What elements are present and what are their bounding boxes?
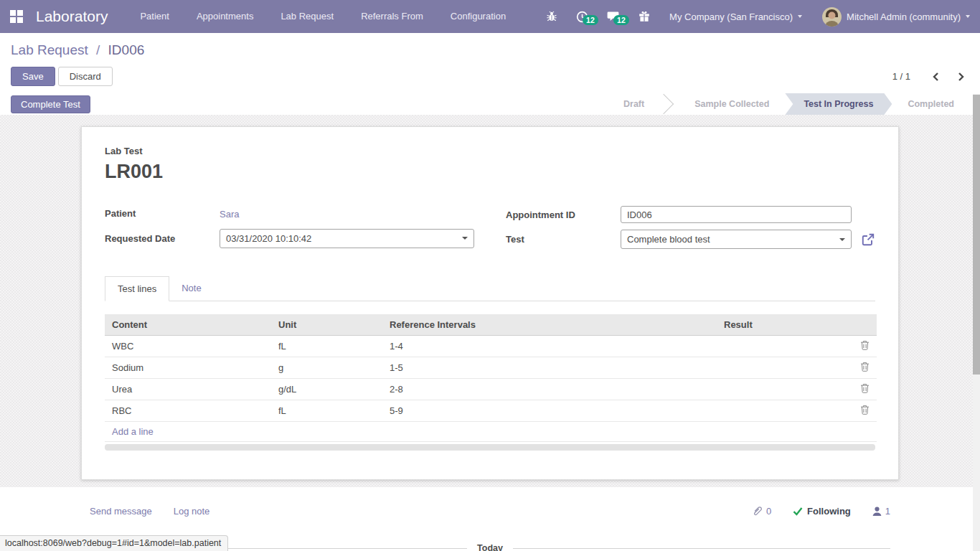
check-icon xyxy=(793,507,803,516)
tab-test-lines[interactable]: Test lines xyxy=(105,276,169,301)
appointment-id-field-wrap xyxy=(621,206,852,223)
table-horizontal-scrollbar[interactable] xyxy=(105,444,875,451)
requested-date-input[interactable] xyxy=(220,229,474,248)
chevron-right-icon xyxy=(958,72,965,82)
notebook-tabs: Test lines Note xyxy=(105,276,875,301)
company-switcher[interactable]: My Company (San Francisco) xyxy=(659,0,812,33)
avatar xyxy=(822,7,842,27)
cell-content[interactable]: Sodium xyxy=(105,357,271,379)
messages-button[interactable]: 12 xyxy=(598,11,629,22)
chevron-down-icon xyxy=(966,15,970,18)
field-grid: Patient Sara Requested Date Appointment … xyxy=(105,206,875,249)
debug-bug-icon[interactable] xyxy=(537,11,567,22)
cell-reference[interactable]: 5-9 xyxy=(382,400,717,422)
user-name: Mitchell Admin (community) xyxy=(847,11,961,22)
test-label: Test xyxy=(506,234,621,245)
table-row[interactable]: WBC fL 1-4 xyxy=(105,336,877,357)
menu-patient[interactable]: Patient xyxy=(126,0,182,33)
app-window: Laboratory Patient Appointments Lab Requ… xyxy=(0,0,980,551)
delete-row-button[interactable] xyxy=(853,336,877,357)
chevron-down-icon xyxy=(798,15,802,18)
stage-draft[interactable]: Draft xyxy=(608,93,660,115)
test-lines-table: Content Unit Reference Intervals Result … xyxy=(105,314,877,442)
table-row[interactable]: RBC fL 5-9 xyxy=(105,400,877,422)
menu-appointments[interactable]: Appointments xyxy=(183,0,268,33)
form-view-background: Lab Test LR001 Patient Sara Requested Da… xyxy=(0,115,980,487)
attachment-count: 0 xyxy=(766,506,771,517)
menu-referrals-from[interactable]: Referrals From xyxy=(347,0,437,33)
breadcrumb-lab-request[interactable]: Lab Request xyxy=(11,42,88,57)
cell-result[interactable] xyxy=(717,400,853,422)
cell-reference[interactable]: 2-8 xyxy=(382,379,717,400)
cell-unit[interactable]: g/dL xyxy=(271,379,382,400)
delete-row-button[interactable] xyxy=(853,357,877,379)
log-note-button[interactable]: Log note xyxy=(174,506,210,517)
breadcrumb: Lab Request / ID006 xyxy=(11,42,969,58)
cell-result[interactable] xyxy=(717,357,853,379)
cell-content[interactable]: WBC xyxy=(105,336,271,357)
person-icon xyxy=(872,507,882,516)
trash-icon xyxy=(860,383,870,393)
tab-note[interactable]: Note xyxy=(169,276,213,301)
test-select[interactable] xyxy=(621,230,852,249)
stage-sample-collected[interactable]: Sample Collected xyxy=(679,93,785,115)
statusbar: Draft Sample Collected Test In Progress … xyxy=(608,93,970,115)
field-group-left: Patient Sara Requested Date xyxy=(105,206,474,249)
delete-row-button[interactable] xyxy=(853,379,877,400)
column-header-content[interactable]: Content xyxy=(105,314,271,336)
cell-unit[interactable]: g xyxy=(271,357,382,379)
pager-count: 1 / 1 xyxy=(892,71,910,82)
activities-button[interactable]: 12 xyxy=(567,11,598,23)
menu-configuration[interactable]: Configuration xyxy=(437,0,519,33)
menu-lab-request[interactable]: Lab Request xyxy=(267,0,347,33)
cell-unit[interactable]: fL xyxy=(271,336,382,357)
gift-button[interactable] xyxy=(629,11,659,22)
table-row[interactable]: Sodium g 1-5 xyxy=(105,357,877,379)
table-header-row: Content Unit Reference Intervals Result xyxy=(105,314,877,336)
pager: 1 / 1 xyxy=(892,71,969,82)
discard-button[interactable]: Discard xyxy=(58,67,113,86)
cell-content[interactable]: RBC xyxy=(105,400,271,422)
cell-result[interactable] xyxy=(717,336,853,357)
add-line-row: Add a line xyxy=(105,422,877,442)
complete-test-button[interactable]: Complete Test xyxy=(11,95,90,113)
user-menu[interactable]: Mitchell Admin (community) xyxy=(812,0,980,33)
cell-reference[interactable]: 1-5 xyxy=(382,357,717,379)
send-message-button[interactable]: Send message xyxy=(90,506,152,517)
cell-content[interactable]: Urea xyxy=(105,379,271,400)
open-record-button[interactable] xyxy=(861,232,875,247)
save-button[interactable]: Save xyxy=(11,67,55,86)
app-title[interactable]: Laboratory xyxy=(36,8,108,25)
message-count-badge: 12 xyxy=(613,15,629,25)
vertical-scrollbar[interactable] xyxy=(973,94,980,551)
breadcrumb-separator: / xyxy=(96,42,100,57)
appointment-id-label: Appointment ID xyxy=(506,209,621,220)
following-button[interactable]: Following xyxy=(793,506,851,517)
stage-test-in-progress[interactable]: Test In Progress xyxy=(785,93,892,115)
browser-status-url: localhost:8069/web?debug=1#id=1&model=la… xyxy=(0,535,228,551)
patient-label: Patient xyxy=(105,208,220,219)
form-sheet: Lab Test LR001 Patient Sara Requested Da… xyxy=(81,126,899,480)
column-header-reference-intervals[interactable]: Reference Intervals xyxy=(382,314,717,336)
cell-unit[interactable]: fL xyxy=(271,400,382,422)
followers-button[interactable]: 1 xyxy=(872,506,890,517)
appointment-id-input[interactable] xyxy=(621,206,852,223)
chatter-actions: 0 Following 1 xyxy=(752,506,890,517)
table-row[interactable]: Urea g/dL 2-8 xyxy=(105,379,877,400)
record-name: LR001 xyxy=(105,161,875,183)
pager-next-button[interactable] xyxy=(953,72,969,82)
column-header-unit[interactable]: Unit xyxy=(271,314,382,336)
patient-value-link[interactable]: Sara xyxy=(220,209,239,220)
column-header-result[interactable]: Result xyxy=(717,314,853,336)
attachments-button[interactable]: 0 xyxy=(752,506,771,517)
main-menu: Patient Appointments Lab Request Referra… xyxy=(126,0,519,33)
pager-previous-button[interactable] xyxy=(928,72,943,82)
apps-menu-button[interactable] xyxy=(0,0,33,33)
delete-row-button[interactable] xyxy=(853,400,877,422)
cell-result[interactable] xyxy=(717,379,853,400)
trash-icon xyxy=(860,405,870,415)
add-a-line-link[interactable]: Add a line xyxy=(112,426,154,437)
cell-reference[interactable]: 1-4 xyxy=(382,336,717,357)
stage-completed[interactable]: Completed xyxy=(892,93,970,115)
scrollbar-thumb[interactable] xyxy=(973,95,980,375)
